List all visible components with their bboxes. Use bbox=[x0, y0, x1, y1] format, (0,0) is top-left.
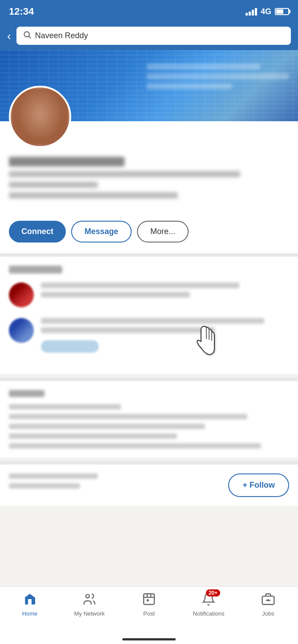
action-buttons: Connect Message More... bbox=[0, 212, 298, 253]
nav-label-notifications: Notifications bbox=[193, 610, 225, 617]
profile-title bbox=[9, 171, 240, 177]
my-network-icon bbox=[82, 592, 97, 608]
profile-section: Connect Message More... bbox=[0, 50, 298, 253]
svg-point-0 bbox=[24, 32, 29, 37]
status-icons: 4G bbox=[246, 7, 289, 16]
nav-label-jobs: Jobs bbox=[262, 610, 274, 617]
search-bar: ‹ Naveen Reddy bbox=[0, 23, 298, 50]
back-button[interactable]: ‹ bbox=[7, 30, 11, 42]
banner-text-area bbox=[147, 64, 289, 89]
status-time: 12:34 bbox=[9, 6, 34, 17]
banner-line-1 bbox=[147, 64, 261, 70]
search-icon bbox=[23, 30, 32, 41]
activity-line-3 bbox=[41, 318, 264, 324]
follow-section: + Follow bbox=[0, 465, 298, 506]
more-button[interactable]: More... bbox=[137, 221, 189, 242]
exp-content bbox=[9, 404, 289, 449]
follow-line-1 bbox=[9, 473, 98, 479]
profile-location bbox=[9, 182, 98, 188]
exp-line-2 bbox=[9, 414, 247, 419]
bottom-nav: Home My Network Post bbox=[0, 586, 298, 644]
nav-item-home[interactable]: Home bbox=[0, 592, 60, 617]
notification-badge: 20+ bbox=[206, 589, 220, 596]
nav-item-my-network[interactable]: My Network bbox=[60, 592, 119, 617]
network-type: 4G bbox=[261, 7, 271, 16]
home-indicator bbox=[122, 638, 176, 640]
section-divider-2 bbox=[0, 378, 298, 381]
exp-title bbox=[9, 390, 44, 397]
svg-rect-6 bbox=[144, 594, 154, 604]
exp-line-3 bbox=[9, 424, 205, 429]
section-divider-3 bbox=[0, 461, 298, 465]
nav-label-my-network: My Network bbox=[74, 610, 105, 617]
post-icon bbox=[142, 592, 156, 608]
section-divider-1 bbox=[0, 253, 298, 257]
nav-item-post[interactable]: Post bbox=[119, 592, 179, 617]
profile-connections bbox=[9, 192, 178, 199]
follow-line-2 bbox=[9, 483, 80, 489]
follow-text bbox=[9, 473, 228, 489]
exp-line-1 bbox=[9, 404, 121, 409]
exp-line-5 bbox=[9, 443, 261, 449]
search-container[interactable]: Naveen Reddy bbox=[16, 27, 291, 45]
message-button[interactable]: Message bbox=[71, 221, 132, 242]
profile-name bbox=[9, 157, 125, 167]
status-bar: 12:34 4G bbox=[0, 0, 298, 23]
jobs-icon bbox=[261, 592, 275, 608]
nav-item-jobs[interactable]: Jobs bbox=[238, 592, 298, 617]
notifications-icon: 20+ bbox=[201, 592, 216, 608]
follow-content bbox=[9, 473, 228, 489]
svg-point-5 bbox=[86, 594, 89, 598]
nav-label-post: Post bbox=[143, 610, 155, 617]
follow-button[interactable]: + Follow bbox=[228, 473, 289, 497]
home-icon bbox=[23, 592, 37, 608]
exp-line-4 bbox=[9, 433, 177, 439]
activity-tag[interactable] bbox=[41, 340, 99, 353]
avatar bbox=[9, 86, 71, 148]
activity-line-1 bbox=[41, 282, 239, 288]
svg-line-1 bbox=[28, 36, 31, 39]
banner-line-2 bbox=[147, 73, 289, 80]
activity-content-2 bbox=[41, 318, 289, 354]
activity-title bbox=[9, 266, 62, 274]
nav-item-notifications[interactable]: 20+ Notifications bbox=[179, 592, 238, 617]
activity-avatar-2 bbox=[9, 318, 34, 343]
signal-icon bbox=[246, 8, 257, 16]
activity-section bbox=[0, 257, 298, 374]
activity-avatar-1 bbox=[9, 282, 34, 307]
experience-section bbox=[0, 381, 298, 457]
activity-item bbox=[9, 282, 289, 307]
activity-content-1 bbox=[41, 282, 289, 301]
connect-button[interactable]: Connect bbox=[9, 221, 66, 242]
activity-line-4 bbox=[41, 327, 215, 333]
activity-line-2 bbox=[41, 292, 190, 298]
avatar-image bbox=[11, 87, 69, 146]
banner-line-3 bbox=[147, 83, 232, 89]
search-input[interactable]: Naveen Reddy bbox=[35, 31, 88, 40]
battery-icon bbox=[275, 8, 289, 15]
nav-label-home: Home bbox=[22, 610, 38, 617]
activity-item-2 bbox=[9, 318, 289, 354]
